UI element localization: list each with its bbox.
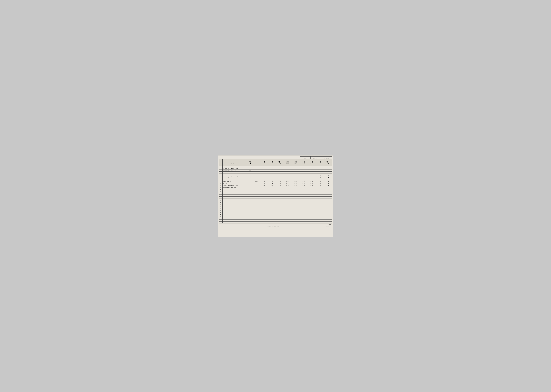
table-row: 25 <box>219 212 332 214</box>
data-cell-8 <box>324 168 332 170</box>
row-name-cell <box>223 204 247 206</box>
row-kod-cell <box>253 175 260 177</box>
data-cell-7 <box>316 168 324 170</box>
data-cell-7: 0.348 <box>316 181 324 183</box>
data-cell-5 <box>300 208 308 210</box>
row-name-cell: С УЧЕТОМ КОЭФФИЦИЕНТА ОТХОДА <box>223 185 247 187</box>
data-cell-1 <box>268 216 276 218</box>
table-row: 9ЦЕМЕНТ,ВСЕГО,Т:5730000.2420.2380.2340.2… <box>219 181 332 183</box>
row-kod-cell <box>253 168 260 170</box>
org-value: ЗНИБ <box>300 158 310 159</box>
data-cell-4: ∞ <box>292 177 300 179</box>
row-name-cell <box>223 196 247 198</box>
data-cell-7 <box>316 195 324 196</box>
qty-kod: 582121 <box>306 160 310 161</box>
data-cell-0: 0.292 <box>260 185 268 187</box>
table-row: 8 <box>219 179 332 181</box>
row-name-cell <box>223 189 247 191</box>
data-cell-8 <box>324 218 332 220</box>
data-cell-8: 0.345 <box>324 174 332 175</box>
row-name-cell <box>223 200 247 202</box>
data-cell-0 <box>260 202 268 204</box>
data-cell-5 <box>300 193 308 195</box>
data-cell-8 <box>324 187 332 189</box>
list-box: ЛИСТ 6 <box>326 226 331 227</box>
org-label: КиевЗНИИЭП <box>300 157 310 158</box>
row-name-cell: ПО СЕРИИ <box>223 174 247 175</box>
row-num-cell: 25 <box>219 212 223 214</box>
row-num-cell: 20 <box>219 202 223 204</box>
data-cell-2 <box>276 212 284 214</box>
table-row: 28 <box>219 218 332 220</box>
table-row: 2С УЧЕТОМ КОЭФФИЦИЕНТА ОТХОДА0.2490.2390… <box>219 168 332 170</box>
data-cell-6 <box>308 179 316 181</box>
row-name-cell <box>223 198 247 200</box>
data-cell-5 <box>300 216 308 218</box>
row-name-cell <box>223 202 247 204</box>
data-cell-0 <box>260 196 268 198</box>
row-num-cell: 22 <box>219 206 223 208</box>
row-kod-cell: 573000 <box>253 181 260 183</box>
data-cell-3 <box>284 206 292 208</box>
data-cell-8 <box>324 202 332 204</box>
row-name-cell: ЦЕМЕНТ,ВСЕГО,Т: <box>223 181 247 183</box>
data-cell-1 <box>268 172 276 174</box>
data-cell-7 <box>316 193 324 195</box>
sheet-ref-area: 941Е/2 <box>219 224 332 225</box>
data-cell-1 <box>268 222 276 224</box>
bottom-bar: 1.020.1-3ПВ.0-3 07РМ ЛИСТ 6 <box>219 225 332 227</box>
data-cell-7: 0.350 <box>316 183 324 185</box>
data-cell-7 <box>316 179 324 181</box>
row-koss-cell <box>247 185 253 187</box>
data-cell-3 <box>284 200 292 202</box>
data-cell-3 <box>284 195 292 196</box>
table-row: 30 <box>219 222 332 224</box>
data-cell-2 <box>276 196 284 198</box>
data-cell-4: 0.238 <box>292 181 300 183</box>
dcol-6: 1 КНД4.28-1.6-ПВ <box>300 161 308 166</box>
data-cell-5 <box>300 214 308 216</box>
data-cell-8 <box>324 212 332 214</box>
table-row: 1 <box>219 166 332 168</box>
data-cell-5 <box>300 212 308 214</box>
data-cell-3 <box>284 220 292 222</box>
data-cell-1 <box>268 212 276 214</box>
data-cell-4 <box>292 172 300 174</box>
data-cell-7 <box>316 210 324 212</box>
data-cell-8 <box>324 195 332 196</box>
data-cell-8 <box>324 208 332 210</box>
dcol-9: 2 КН 4.28--ПВ <box>324 161 332 166</box>
row-kod-cell <box>253 196 260 198</box>
data-cell-6: 0.287 <box>308 170 316 172</box>
table-row: 15 <box>219 193 332 195</box>
row-koss-cell <box>247 166 253 168</box>
table-row: 17 <box>219 196 332 198</box>
data-cell-8 <box>324 214 332 216</box>
row-num-cell: 12 <box>219 187 223 189</box>
data-cell-8 <box>324 198 332 200</box>
row-kod-cell <box>253 170 260 172</box>
data-cell-0 <box>260 212 268 214</box>
data-cell-3: ∞ <box>284 175 292 177</box>
data-cell-2 <box>276 206 284 208</box>
table-row: 26 <box>219 214 332 216</box>
data-cell-4 <box>292 189 300 191</box>
data-cell-3 <box>284 198 292 200</box>
data-cell-1 <box>268 200 276 202</box>
dept-label: ОПЕРАТОР <box>311 157 320 158</box>
row-kod-cell <box>253 191 260 193</box>
row-num-cell: 11 <box>219 185 223 187</box>
data-cell-3: 0.292 <box>284 170 292 172</box>
data-cell-3 <box>284 193 292 195</box>
data-cell-5 <box>300 202 308 204</box>
table-row: 27 <box>219 216 332 218</box>
row-name-cell: ПРИВЕДЕННЫЙ К МАРКЕ М400 <box>223 170 247 172</box>
data-cell-6 <box>308 220 316 222</box>
row-kod-cell <box>253 198 260 200</box>
data-cell-7 <box>316 198 324 200</box>
row-kod-cell <box>253 200 260 202</box>
dept-value: ТЛП КОРТ <box>311 158 320 159</box>
koss-label: КОЗS.В ост.Х ор. <box>249 161 252 164</box>
data-cell-1 <box>268 193 276 195</box>
row-name-cell <box>223 208 247 210</box>
